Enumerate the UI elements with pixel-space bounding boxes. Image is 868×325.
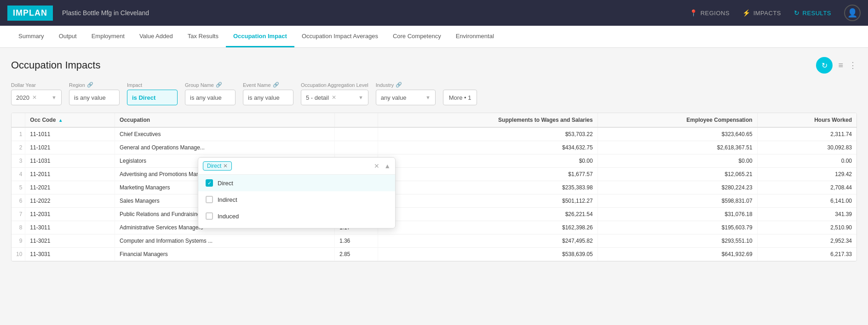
dropdown-collapse-button[interactable]: ▲ [384, 162, 391, 170]
checkbox-induced[interactable] [206, 212, 213, 220]
dollar-year-clear[interactable]: ✕ [32, 94, 37, 101]
main-content: Occupation Impacts ↻ ≡ ⋮ Dollar Year 202… [0, 48, 868, 325]
dropdown-tag-close[interactable]: ✕ [223, 163, 228, 169]
group-name-label: Group Name 🔗 [185, 82, 236, 88]
filter-more: More • 1 [443, 82, 477, 105]
event-name-select[interactable]: is any value [243, 90, 293, 105]
impact-label: Impact [127, 82, 178, 88]
cell-hours-worked: 2,311.74 [757, 127, 857, 141]
region-label: Region 🔗 [69, 82, 120, 88]
cell-hours-worked: 2,510.90 [757, 221, 857, 234]
tab-tax-results[interactable]: Tax Results [180, 26, 226, 47]
checkbox-indirect[interactable] [206, 196, 213, 203]
cell-hours-worked: 2,708.44 [757, 181, 857, 194]
cell-hours-worked: 341.39 [757, 208, 857, 221]
dollar-year-arrow: ▼ [52, 95, 57, 100]
cell-employee-comp: $12,065.21 [598, 168, 757, 181]
cell-row-num: 3 [11, 154, 25, 168]
col-occ-code[interactable]: Occ Code ▲ [25, 113, 115, 127]
logo[interactable]: IMPLAN [7, 6, 53, 21]
filter-row: Dollar Year 2020 ✕ ▼ Region 🔗 is any val… [11, 82, 857, 105]
nav-impacts[interactable]: ⚡ IMPACTS [742, 9, 781, 17]
col-employment [334, 113, 378, 127]
tab-occupation-impact[interactable]: Occupation Impact [226, 26, 294, 47]
dropdown-option-direct[interactable]: ✓ Direct [198, 175, 395, 191]
cell-supplements: $1,677.57 [378, 168, 598, 181]
cell-hours-worked: 6,217.33 [757, 248, 857, 261]
filter-group-name: Group Name 🔗 is any value [185, 82, 236, 105]
impact-select[interactable]: is Direct [127, 90, 178, 105]
group-name-select[interactable]: is any value [185, 90, 236, 105]
dropdown-option-induced[interactable]: Induced [198, 208, 395, 224]
filter-region: Region 🔗 is any value [69, 82, 120, 105]
cell-occ-code: 11-3021 [25, 234, 115, 248]
header-actions: ↻ ≡ ⋮ [816, 57, 857, 74]
cell-employee-comp: $598,831.07 [598, 194, 757, 208]
cell-hours-worked: 0.00 [757, 154, 857, 168]
filter-icon-button[interactable]: ≡ [838, 61, 843, 70]
filter-impact: Impact is Direct [127, 82, 178, 105]
tab-occupation-impact-averages[interactable]: Occupation Impact Averages [294, 26, 385, 47]
table-row: 4 11-2011 Advertising and Promotions Man… [11, 168, 857, 181]
cell-occ-code: 11-2021 [25, 181, 115, 194]
cell-row-num: 1 [11, 127, 25, 141]
refresh-nav-icon: ↻ [794, 9, 800, 17]
more-button[interactable]: More • 1 [443, 90, 477, 105]
dollar-year-select[interactable]: 2020 ✕ ▼ [11, 90, 62, 105]
occ-agg-level-clear[interactable]: ✕ [332, 94, 336, 101]
tab-value-added[interactable]: Value Added [132, 26, 180, 47]
sort-icon-occ-code: ▲ [58, 118, 63, 123]
occupation-impacts-table: Occ Code ▲ Occupation Supplements to Wag… [11, 113, 857, 261]
avatar[interactable]: 👤 [844, 5, 861, 21]
nav-results[interactable]: ↻ RESULTS [794, 9, 831, 17]
dropdown-option-indirect[interactable]: Indirect [198, 191, 395, 208]
cell-hours-worked: 30,092.83 [757, 141, 857, 154]
dropdown-close-button[interactable]: ✕ [374, 162, 379, 170]
col-row-num [11, 113, 25, 127]
tab-environmental[interactable]: Environmental [448, 26, 501, 47]
event-name-label: Event Name 🔗 [243, 82, 293, 88]
table-row: 9 11-3021 Computer and Information Syste… [11, 234, 857, 248]
cell-employee-comp: $195,603.79 [598, 221, 757, 234]
nav-regions[interactable]: 📍 REGIONS [690, 9, 730, 17]
industry-select[interactable]: any value ▼ [376, 90, 436, 105]
cell-occupation: Financial Managers [115, 248, 335, 261]
tab-core-competency[interactable]: Core Competency [385, 26, 448, 47]
filter-event-name: Event Name 🔗 is any value [243, 82, 293, 105]
cell-hours-worked: 2,952.34 [757, 234, 857, 248]
cell-employee-comp: $280,224.23 [598, 181, 757, 194]
cell-employee-comp: $2,618,367.51 [598, 141, 757, 154]
region-link-icon: 🔗 [87, 82, 93, 88]
cell-employment [334, 141, 378, 154]
checkbox-direct[interactable]: ✓ [206, 179, 213, 187]
table-wrapper[interactable]: Occ Code ▲ Occupation Supplements to Wag… [11, 113, 857, 261]
occ-agg-level-select[interactable]: 5 - detail ✕ ▼ [301, 90, 368, 105]
refresh-button[interactable]: ↻ [816, 57, 833, 74]
cell-supplements: $162,398.26 [378, 221, 598, 234]
cell-occupation: Chief Executives [115, 127, 335, 141]
table-container: Occ Code ▲ Occupation Supplements to Wag… [11, 113, 857, 262]
cell-hours-worked: 6,141.00 [757, 194, 857, 208]
dollar-year-label: Dollar Year [11, 82, 62, 88]
col-occupation[interactable]: Occupation [115, 113, 335, 127]
more-options-button[interactable]: ⋮ [849, 60, 857, 70]
cell-occ-code: 11-1021 [25, 141, 115, 154]
cell-row-num: 6 [11, 194, 25, 208]
tab-output[interactable]: Output [52, 26, 84, 47]
cell-occ-code: 11-1011 [25, 127, 115, 141]
cell-employee-comp: $0.00 [598, 154, 757, 168]
tab-summary[interactable]: Summary [11, 26, 52, 47]
cell-supplements: $538,639.05 [378, 248, 598, 261]
table-row: 10 11-3031 Financial Managers 2.85 $538,… [11, 248, 857, 261]
cell-employee-comp: $293,551.10 [598, 234, 757, 248]
cell-supplements: $0.00 [378, 154, 598, 168]
project-title: Plastic Bottle Mfg in Cleveland [62, 9, 690, 17]
tab-employment[interactable]: Employment [84, 26, 132, 47]
region-select[interactable]: is any value [69, 90, 120, 105]
cell-row-num: 10 [11, 248, 25, 261]
cell-row-num: 4 [11, 168, 25, 181]
cell-employment: 1.36 [334, 234, 378, 248]
filter-occ-agg-level: Occupation Aggregation Level 5 - detail … [301, 82, 368, 105]
avatar-icon: 👤 [847, 8, 857, 18]
cell-employee-comp: $323,640.65 [598, 127, 757, 141]
